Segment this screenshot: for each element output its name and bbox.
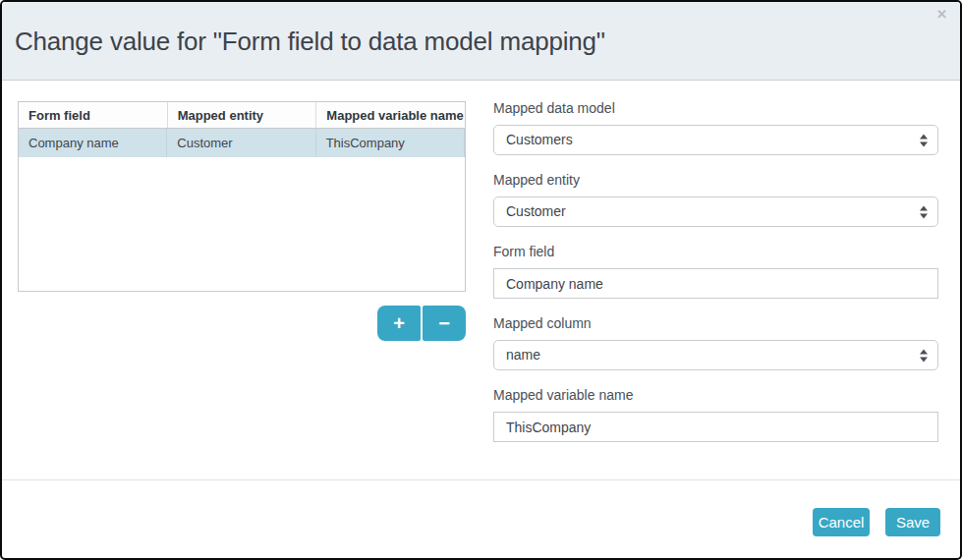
close-icon[interactable]: ✕	[936, 8, 947, 21]
cell-mapped-entity: Customer	[167, 129, 315, 157]
dialog-header: Change value for "Form field to data mod…	[2, 2, 960, 81]
mapped-data-model-select[interactable]: Customers	[493, 125, 938, 155]
mapped-entity-value: Customer	[506, 197, 566, 226]
select-stepper-icon	[920, 349, 928, 362]
mapped-entity-label: Mapped entity	[493, 170, 938, 190]
mapped-variable-name-input[interactable]	[493, 412, 938, 442]
save-button[interactable]: Save	[885, 508, 940, 536]
form-field-input[interactable]	[493, 268, 938, 299]
table-row[interactable]: Company name Customer ThisCompany	[19, 129, 465, 157]
mapped-column-label: Mapped column	[493, 313, 938, 333]
mapped-entity-group: Mapped entity Customer	[493, 170, 938, 227]
mapped-column-value: name	[506, 341, 540, 369]
cancel-button[interactable]: Cancel	[813, 508, 870, 536]
column-header-mapped-variable-name: Mapped variable name	[316, 102, 465, 128]
table-actions: + −	[377, 306, 466, 341]
mapped-variable-name-group: Mapped variable name	[493, 385, 938, 442]
mapped-data-model-label: Mapped data model	[493, 98, 938, 118]
change-value-dialog: Change value for "Form field to data mod…	[0, 0, 962, 560]
add-row-button[interactable]: +	[377, 306, 421, 341]
mapped-data-model-group: Mapped data model Customers	[493, 98, 938, 155]
mapped-variable-name-label: Mapped variable name	[493, 385, 938, 405]
mapped-data-model-value: Customers	[506, 126, 573, 154]
table-header-row: Form field Mapped entity Mapped variable…	[19, 102, 465, 129]
form-field-group: Form field	[493, 242, 938, 299]
select-stepper-icon	[920, 134, 928, 146]
form-field-label: Form field	[493, 242, 938, 261]
remove-row-button[interactable]: −	[423, 306, 466, 341]
mapped-column-select[interactable]: name	[493, 340, 938, 370]
column-header-form-field: Form field	[19, 102, 168, 128]
mapped-entity-select[interactable]: Customer	[493, 196, 938, 227]
mapping-table: Form field Mapped entity Mapped variable…	[18, 101, 466, 292]
cell-mapped-variable-name: ThisCompany	[316, 129, 465, 157]
mapping-form: Mapped data model Customers Mapped entit…	[493, 98, 938, 457]
column-header-mapped-entity: Mapped entity	[168, 102, 317, 128]
select-stepper-icon	[920, 205, 928, 218]
cell-form-field: Company name	[19, 129, 167, 157]
mapped-column-group: Mapped column name	[493, 313, 938, 370]
footer-divider	[2, 479, 960, 480]
dialog-title: Change value for "Form field to data mod…	[15, 27, 605, 57]
